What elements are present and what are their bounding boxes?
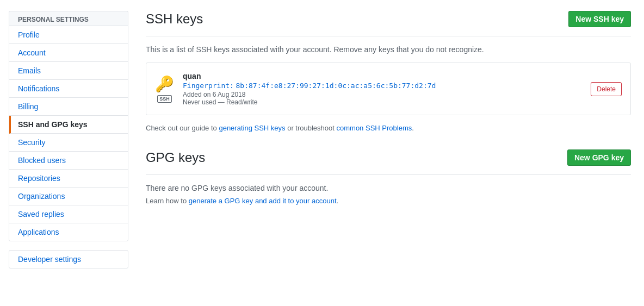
ssh-section: SSH keys New SSH key This is a list of S… [146, 11, 631, 132]
gpg-learn-prefix: Learn how to [146, 197, 189, 205]
fingerprint-label: Fingerprint: [183, 82, 234, 90]
sidebar-item-applications[interactable]: Applications [9, 223, 128, 241]
gpg-learn-text: Learn how to generate a GPG key and add … [146, 197, 631, 205]
ssh-badge: SSH [157, 95, 172, 103]
gpg-section-header: GPG keys New GPG key [146, 149, 631, 175]
gpg-section: GPG keys New GPG key There are no GPG ke… [146, 149, 631, 205]
key-details: quan Fingerprint: 8b:87:4f:e8:27:99:27:1… [183, 72, 582, 106]
ssh-help-prefix: Check out our guide to [146, 124, 219, 132]
gpg-learn-link[interactable]: generate a GPG key and add it to your ac… [189, 197, 337, 205]
ssh-info-text: This is a list of SSH keys associated wi… [146, 45, 631, 54]
delete-key-button[interactable]: Delete [591, 82, 622, 96]
gpg-empty-text: There are no GPG keys associated with yo… [146, 184, 631, 192]
gpg-section-title: GPG keys [146, 150, 205, 165]
ssh-key-card: 🔑 SSH quan Fingerprint: 8b:87:4f:e8:27:9… [146, 63, 631, 115]
sidebar-nav: Profile Account Emails Notifications Bil… [9, 26, 128, 241]
sidebar-item-ssh-gpg[interactable]: SSH and GPG keys [9, 116, 128, 134]
ssh-key-icon-wrap: 🔑 SSH [155, 75, 174, 103]
sidebar: Personal settings Profile Account Emails… [9, 11, 128, 295]
sidebar-item-billing[interactable]: Billing [9, 98, 128, 116]
gpg-learn-suffix: . [337, 197, 339, 205]
sidebar-item-notifications[interactable]: Notifications [9, 80, 128, 98]
main-content: SSH keys New SSH key This is a list of S… [141, 11, 635, 295]
ssh-help-suffix: . [412, 124, 414, 132]
sidebar-developer-settings-container: Developer settings [9, 250, 128, 268]
common-ssh-problems-link[interactable]: common SSH Problems [337, 124, 412, 132]
new-gpg-key-button[interactable]: New GPG key [567, 149, 631, 166]
sidebar-item-account[interactable]: Account [9, 44, 128, 62]
sidebar-item-developer-settings[interactable]: Developer settings [9, 251, 128, 268]
key-icon: 🔑 [155, 75, 174, 93]
new-ssh-key-button[interactable]: New SSH key [568, 11, 631, 27]
sidebar-item-profile[interactable]: Profile [9, 26, 128, 44]
sidebar-item-blocked-users[interactable]: Blocked users [9, 152, 128, 170]
sidebar-item-repositories[interactable]: Repositories [9, 170, 128, 188]
key-fingerprint: Fingerprint: 8b:87:4f:e8:27:99:27:1d:0c:… [183, 82, 582, 90]
ssh-section-title: SSH keys [146, 11, 203, 27]
key-added: Added on 6 Aug 2018 [183, 91, 582, 98]
sidebar-item-emails[interactable]: Emails [9, 62, 128, 80]
ssh-section-header: SSH keys New SSH key [146, 11, 631, 36]
sidebar-section-label: Personal settings [9, 11, 128, 26]
sidebar-item-organizations[interactable]: Organizations [9, 188, 128, 205]
ssh-help-text: Check out our guide to generating SSH ke… [146, 124, 631, 132]
key-name: quan [183, 72, 582, 80]
fingerprint-value: 8b:87:4f:e8:27:99:27:1d:0c:ac:a5:6c:5b:7… [236, 82, 436, 90]
sidebar-item-saved-replies[interactable]: Saved replies [9, 205, 128, 223]
ssh-help-middle: or troubleshoot [286, 124, 337, 132]
generating-ssh-keys-link[interactable]: generating SSH keys [219, 124, 285, 132]
key-usage: Never used — Read/write [183, 98, 582, 106]
sidebar-item-security[interactable]: Security [9, 134, 128, 152]
